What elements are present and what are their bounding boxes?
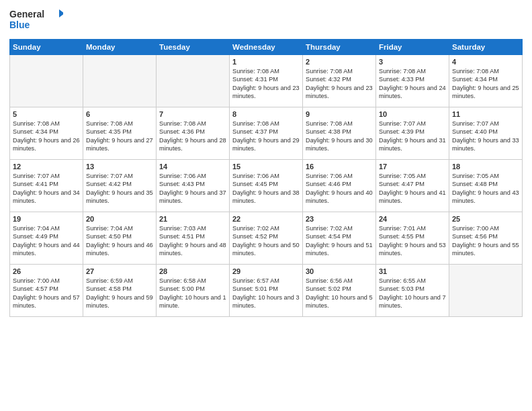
weekday-header-tuesday: Tuesday (157, 40, 230, 55)
cell-details: Sunrise: 7:06 AMSunset: 4:45 PMDaylight:… (232, 172, 300, 205)
day-number: 6 (86, 110, 153, 118)
logo-svg: General Blue (9, 7, 63, 34)
cell-details: Sunrise: 7:07 AMSunset: 4:42 PMDaylight:… (86, 172, 153, 205)
weekday-header-wednesday: Wednesday (230, 40, 303, 55)
cell-details: Sunrise: 7:08 AMSunset: 4:34 PMDaylight:… (452, 67, 519, 101)
cell-details: Sunrise: 7:05 AMSunset: 4:47 PMDaylight:… (379, 172, 446, 205)
day-cell: 1Sunrise: 7:08 AMSunset: 4:31 PMDaylight… (230, 55, 303, 107)
day-cell: 15Sunrise: 7:06 AMSunset: 4:45 PMDayligh… (230, 160, 303, 212)
day-number: 30 (306, 267, 373, 275)
day-cell: 30Sunrise: 6:56 AMSunset: 5:02 PMDayligh… (303, 265, 376, 317)
day-cell: 8Sunrise: 7:08 AMSunset: 4:37 PMDaylight… (230, 107, 303, 160)
day-number: 24 (379, 215, 446, 223)
day-number: 8 (232, 110, 300, 118)
day-number: 19 (13, 215, 80, 223)
day-number: 1 (232, 58, 300, 66)
logo: General Blue (9, 7, 63, 34)
weekday-header-row: SundayMondayTuesdayWednesdayThursdayFrid… (10, 40, 523, 55)
cell-details: Sunrise: 7:08 AMSunset: 4:32 PMDaylight:… (306, 67, 373, 101)
day-cell: 16Sunrise: 7:06 AMSunset: 4:46 PMDayligh… (303, 160, 376, 212)
day-cell: 4Sunrise: 7:08 AMSunset: 4:34 PMDaylight… (449, 55, 523, 107)
day-number: 27 (86, 267, 153, 275)
day-cell (157, 55, 230, 107)
cell-details: Sunrise: 7:02 AMSunset: 4:54 PMDaylight:… (306, 224, 373, 258)
cell-details: Sunrise: 7:00 AMSunset: 4:56 PMDaylight:… (452, 224, 519, 258)
cell-details: Sunrise: 7:04 AMSunset: 4:50 PMDaylight:… (86, 224, 153, 258)
svg-marker-2 (59, 9, 63, 17)
day-cell: 27Sunrise: 6:59 AMSunset: 4:58 PMDayligh… (83, 265, 157, 317)
cell-details: Sunrise: 7:08 AMSunset: 4:38 PMDaylight:… (306, 120, 373, 153)
cell-details: Sunrise: 7:08 AMSunset: 4:34 PMDaylight:… (13, 120, 80, 153)
day-cell: 13Sunrise: 7:07 AMSunset: 4:42 PMDayligh… (83, 160, 157, 212)
cell-details: Sunrise: 7:08 AMSunset: 4:35 PMDaylight:… (86, 120, 153, 153)
day-number: 20 (86, 215, 153, 223)
cell-details: Sunrise: 6:55 AMSunset: 5:03 PMDaylight:… (379, 277, 446, 310)
weekday-header-saturday: Saturday (449, 40, 523, 55)
day-cell: 2Sunrise: 7:08 AMSunset: 4:32 PMDaylight… (303, 55, 376, 107)
day-number: 15 (232, 163, 300, 171)
cell-details: Sunrise: 7:07 AMSunset: 4:40 PMDaylight:… (452, 120, 519, 153)
cell-details: Sunrise: 7:07 AMSunset: 4:41 PMDaylight:… (13, 172, 80, 205)
day-cell: 11Sunrise: 7:07 AMSunset: 4:40 PMDayligh… (449, 107, 523, 160)
day-cell: 14Sunrise: 7:06 AMSunset: 4:43 PMDayligh… (157, 160, 230, 212)
day-number: 17 (379, 163, 446, 171)
day-cell: 6Sunrise: 7:08 AMSunset: 4:35 PMDaylight… (83, 107, 157, 160)
weekday-header-thursday: Thursday (303, 40, 376, 55)
day-cell: 31Sunrise: 6:55 AMSunset: 5:03 PMDayligh… (376, 265, 449, 317)
day-cell: 24Sunrise: 7:01 AMSunset: 4:55 PMDayligh… (376, 212, 449, 265)
day-number: 31 (379, 267, 446, 275)
week-row-4: 26Sunrise: 7:00 AMSunset: 4:57 PMDayligh… (10, 265, 523, 317)
day-cell: 20Sunrise: 7:04 AMSunset: 4:50 PMDayligh… (83, 212, 157, 265)
cell-details: Sunrise: 7:02 AMSunset: 4:52 PMDaylight:… (232, 224, 300, 258)
day-number: 18 (452, 163, 519, 171)
cell-details: Sunrise: 7:06 AMSunset: 4:43 PMDaylight:… (159, 172, 226, 205)
cell-details: Sunrise: 7:08 AMSunset: 4:36 PMDaylight:… (159, 120, 226, 153)
cell-details: Sunrise: 6:57 AMSunset: 5:01 PMDaylight:… (232, 277, 300, 310)
weekday-header-friday: Friday (376, 40, 449, 55)
cell-details: Sunrise: 7:04 AMSunset: 4:49 PMDaylight:… (13, 224, 80, 258)
day-number: 5 (13, 110, 80, 118)
cell-details: Sunrise: 6:58 AMSunset: 5:00 PMDaylight:… (159, 277, 226, 310)
day-cell: 5Sunrise: 7:08 AMSunset: 4:34 PMDaylight… (10, 107, 83, 160)
day-cell: 18Sunrise: 7:05 AMSunset: 4:48 PMDayligh… (449, 160, 523, 212)
svg-text:General: General (9, 9, 44, 19)
day-number: 22 (232, 215, 300, 223)
day-number: 21 (159, 215, 226, 223)
day-number: 14 (159, 163, 226, 171)
day-cell: 21Sunrise: 7:03 AMSunset: 4:51 PMDayligh… (157, 212, 230, 265)
day-number: 3 (379, 58, 446, 66)
day-cell (83, 55, 157, 107)
week-row-0: 1Sunrise: 7:08 AMSunset: 4:31 PMDaylight… (10, 55, 523, 107)
day-number: 10 (379, 110, 446, 118)
cell-details: Sunrise: 7:08 AMSunset: 4:37 PMDaylight:… (232, 120, 300, 153)
day-number: 2 (306, 58, 373, 66)
day-cell: 26Sunrise: 7:00 AMSunset: 4:57 PMDayligh… (10, 265, 83, 317)
day-cell: 10Sunrise: 7:07 AMSunset: 4:39 PMDayligh… (376, 107, 449, 160)
cell-details: Sunrise: 7:00 AMSunset: 4:57 PMDaylight:… (13, 277, 80, 310)
day-cell: 7Sunrise: 7:08 AMSunset: 4:36 PMDaylight… (157, 107, 230, 160)
calendar-table: SundayMondayTuesdayWednesdayThursdayFrid… (9, 39, 523, 317)
day-number: 9 (306, 110, 373, 118)
cell-details: Sunrise: 6:59 AMSunset: 4:58 PMDaylight:… (86, 277, 153, 310)
day-cell: 3Sunrise: 7:08 AMSunset: 4:33 PMDaylight… (376, 55, 449, 107)
svg-text:Blue: Blue (9, 19, 30, 30)
day-number: 28 (159, 267, 226, 275)
cell-details: Sunrise: 7:05 AMSunset: 4:48 PMDaylight:… (452, 172, 519, 205)
day-cell (10, 55, 83, 107)
day-cell: 28Sunrise: 6:58 AMSunset: 5:00 PMDayligh… (157, 265, 230, 317)
page: General Blue SundayMondayTuesdayWednesda… (0, 0, 532, 411)
day-cell: 29Sunrise: 6:57 AMSunset: 5:01 PMDayligh… (230, 265, 303, 317)
day-number: 11 (452, 110, 519, 118)
day-cell: 22Sunrise: 7:02 AMSunset: 4:52 PMDayligh… (230, 212, 303, 265)
week-row-2: 12Sunrise: 7:07 AMSunset: 4:41 PMDayligh… (10, 160, 523, 212)
week-row-3: 19Sunrise: 7:04 AMSunset: 4:49 PMDayligh… (10, 212, 523, 265)
weekday-header-monday: Monday (83, 40, 157, 55)
day-cell (449, 265, 523, 317)
day-cell: 9Sunrise: 7:08 AMSunset: 4:38 PMDaylight… (303, 107, 376, 160)
cell-details: Sunrise: 6:56 AMSunset: 5:02 PMDaylight:… (306, 277, 373, 310)
cell-details: Sunrise: 7:07 AMSunset: 4:39 PMDaylight:… (379, 120, 446, 153)
cell-details: Sunrise: 7:08 AMSunset: 4:31 PMDaylight:… (232, 67, 300, 101)
day-cell: 23Sunrise: 7:02 AMSunset: 4:54 PMDayligh… (303, 212, 376, 265)
header: General Blue (9, 7, 523, 34)
cell-details: Sunrise: 7:08 AMSunset: 4:33 PMDaylight:… (379, 67, 446, 101)
